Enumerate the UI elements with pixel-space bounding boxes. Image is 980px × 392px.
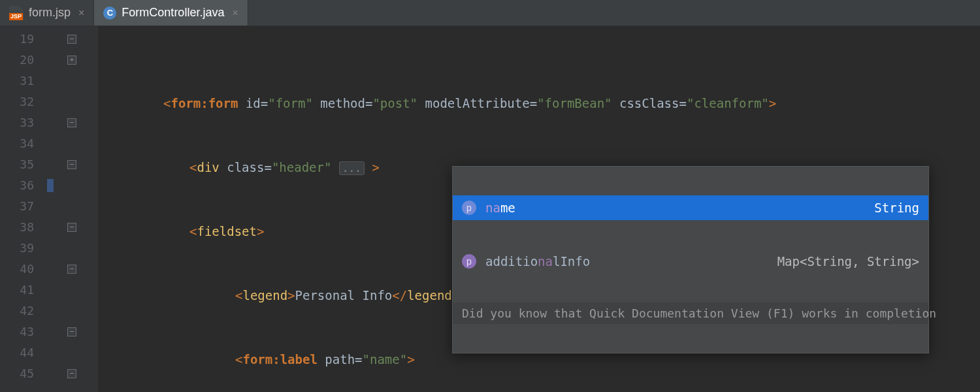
tag-open: < (163, 96, 171, 110)
tag-open: < (235, 288, 242, 302)
ns: form (171, 96, 201, 110)
completion-name: additionalInfo (485, 254, 768, 269)
fold-collapse-icon[interactable]: − (67, 265, 76, 274)
tag-close: > (769, 96, 776, 110)
tab-label: form.jsp (29, 6, 71, 20)
line-number: 31 (0, 71, 46, 91)
tag-close: > (407, 352, 414, 367)
tag-close: > (257, 224, 264, 238)
colon: : (272, 352, 280, 367)
completion-type: String (874, 201, 919, 215)
fold-badge[interactable]: ... (339, 161, 365, 175)
line-number: 20 (0, 50, 46, 71)
tag-close: > (287, 288, 295, 302)
tag-open: </ (392, 288, 407, 302)
tab-formcontroller-java[interactable]: C FormController.java × (94, 0, 248, 25)
line-number: 36 (0, 175, 46, 196)
attr: class (227, 160, 264, 174)
line-number: 38 (0, 217, 46, 238)
match: na (485, 201, 500, 215)
java-class-icon: C (103, 7, 116, 20)
line-number: 45 (0, 363, 46, 384)
tag-name: form (208, 96, 238, 110)
line-number: 32 (0, 91, 46, 112)
colon: : (201, 96, 208, 110)
attr: cssClass (619, 96, 679, 110)
text: Personal Info (295, 288, 393, 302)
property-icon: p (462, 201, 476, 215)
tag-close: > (372, 160, 379, 174)
gutter: 19 20 31 32 33 34 35 36 37 38 39 40 41 4… (0, 26, 98, 392)
attr-val: "header" (272, 160, 332, 174)
tag-open: < (189, 224, 197, 238)
code-line[interactable]: <div class="header" ... > (98, 136, 980, 157)
fold-expand-icon[interactable]: + (67, 56, 76, 65)
tag-name: legend (407, 288, 452, 302)
fold-collapse-icon[interactable]: − (67, 327, 76, 336)
line-number: 41 (0, 280, 46, 301)
editor: 19 20 31 32 33 34 35 36 37 38 39 40 41 4… (0, 26, 980, 392)
attr-val: "form" (268, 96, 313, 110)
tag-name: div (197, 160, 219, 174)
ns: form (242, 352, 272, 367)
attr-val: "cleanform" (687, 96, 769, 110)
line-number: 39 (0, 238, 46, 259)
close-icon[interactable]: × (78, 7, 84, 19)
attr-val: "name" (363, 352, 408, 367)
match: na (538, 254, 553, 269)
fold-collapse-icon[interactable]: − (67, 160, 76, 169)
completion-hint: Did you know that Quick Documentation Vi… (453, 302, 928, 324)
completion-item[interactable]: p additionalInfo Map<String, String> (453, 249, 928, 274)
line-number: 40 (0, 259, 46, 280)
code-line[interactable]: <form:form id="form" method="post" model… (98, 72, 980, 93)
line-numbers: 19 20 31 32 33 34 35 36 37 38 39 40 41 4… (0, 26, 46, 392)
jsp-file-icon (9, 6, 24, 20)
gutter-caret-marker (46, 175, 98, 196)
line-number: 42 (0, 301, 46, 321)
tab-form-jsp[interactable]: form.jsp × (0, 0, 94, 25)
fold-collapse-icon[interactable]: − (67, 223, 76, 232)
tag-name: label (280, 352, 318, 367)
fold-column: −+−−−−−− (46, 26, 98, 392)
attr-val: "post" (372, 96, 417, 110)
line-number: 35 (0, 154, 46, 175)
close-icon[interactable]: × (232, 7, 238, 19)
attr: modelAttribute (425, 96, 530, 110)
line-number: 44 (0, 342, 46, 363)
attr: id (246, 96, 261, 110)
line-number: 34 (0, 133, 46, 154)
fold-collapse-icon[interactable]: − (67, 118, 76, 127)
line-number: 33 (0, 112, 46, 133)
attr: method (320, 96, 365, 110)
tag-name: legend (242, 288, 287, 302)
line-number: 43 (0, 321, 46, 342)
tag-open: < (235, 352, 242, 367)
property-icon: p (462, 254, 476, 269)
completion-item[interactable]: p name String (453, 195, 928, 220)
tag-name: fieldset (197, 224, 257, 238)
fold-collapse-icon[interactable]: − (67, 369, 76, 378)
line-number: 37 (0, 196, 46, 217)
tag-open: < (189, 160, 197, 174)
completion-name: name (485, 201, 865, 215)
txt: additio (485, 254, 538, 269)
line-number: 19 (0, 29, 46, 50)
txt: lInfo (553, 254, 590, 269)
code-area[interactable]: <form:form id="form" method="post" model… (98, 26, 980, 392)
attr-val: "formBean" (537, 96, 612, 110)
fold-collapse-icon[interactable]: − (67, 35, 76, 44)
attr: path (325, 352, 355, 367)
completion-type: Map<String, String> (777, 254, 919, 269)
tab-label: FormController.java (122, 6, 224, 20)
editor-tabs: form.jsp × C FormController.java × (0, 0, 980, 26)
completion-popup[interactable]: p name String p additionalInfo Map<Strin… (452, 166, 929, 353)
txt: me (500, 201, 515, 215)
